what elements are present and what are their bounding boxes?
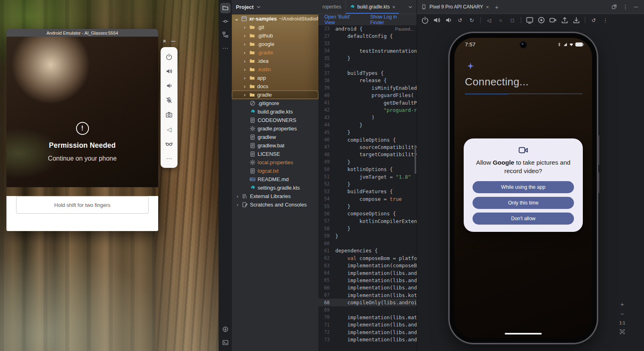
minimize-button[interactable]: ─ [171,38,175,44]
chevron-right-icon[interactable]: › [242,58,247,64]
tree-item-gradle-properties[interactable]: gradle.properties [232,124,318,133]
tree-item--google[interactable]: › .google [232,40,318,48]
tree-item-gradlew[interactable]: gradlew [232,133,318,141]
activity-commit-button[interactable] [220,16,231,27]
device-screen[interactable]: 7:57 Connecting... Allow Google to take … [454,38,592,338]
rotate-ccw-button[interactable]: ↺ [456,16,464,24]
volume-up-button[interactable] [161,64,178,78]
chevron-right-icon[interactable]: › [235,202,240,208]
tree-item-codeowners[interactable]: CODEOWNERS [232,116,318,124]
tree-item--gitignore[interactable]: .gitignore [232,99,318,107]
tree-item-gradle[interactable]: › gradle [232,91,318,99]
tab-gradle-properties[interactable]: roperties [318,0,346,14]
code-text: } [333,203,351,209]
more-v-button[interactable]: ⋮ [623,4,628,10]
record-button[interactable] [537,16,545,24]
chevron-right-icon[interactable]: › [242,50,247,56]
volume-down-button[interactable] [161,78,178,93]
chevron-down-icon[interactable]: ⌄ [234,16,239,22]
back-button[interactable]: ◁ [485,16,493,24]
tree-item-scratches-and-consoles[interactable]: › Scratches and Consoles [232,200,318,209]
toolbar-divider [585,17,585,23]
code-text: val composeBom = platfor [333,255,417,261]
tabs-chevron-down-icon[interactable] [404,0,417,14]
more-v-button[interactable]: ⋮ [601,16,609,24]
glasses-button[interactable] [161,136,178,151]
screenshot-button[interactable] [526,16,534,24]
activity-structure-button[interactable] [220,29,231,40]
zoom-in-button[interactable]: + [621,301,624,307]
tree-item--gradle[interactable]: › .gradle [232,48,318,57]
home-button[interactable]: ○ [497,16,505,24]
new-device-tab-icon[interactable]: + [495,4,499,10]
mic-off-button[interactable] [161,93,178,107]
rotate-cw-button[interactable]: ↻ [468,16,476,24]
chevron-right-icon[interactable]: › [242,24,247,30]
tree-item-external-libraries[interactable]: › External Libraries [232,192,318,200]
device-tab-label[interactable]: Pixel 9 Pro API CANARY [429,4,483,10]
back-button[interactable]: ◁ [161,122,178,136]
tree-item--kotlin[interactable]: › .kotlin [232,65,318,74]
power-button[interactable] [161,50,178,64]
dialog-button-while-using-the-app[interactable]: While using the app [473,181,574,193]
zoom-out-button[interactable]: − [621,311,624,317]
volume-up-button[interactable] [433,16,441,24]
close-tab-icon[interactable]: × [392,4,395,10]
chevron-right-icon[interactable]: › [242,75,247,81]
upload-button[interactable] [561,16,569,24]
show-log-in-finder-link[interactable]: Show Log in Finder [370,14,411,25]
open-window-button[interactable] [611,4,617,10]
reset-button[interactable]: ↺ [590,16,598,24]
tree-item--idea[interactable]: › .idea [232,57,318,65]
structure-icon [222,31,229,38]
activity-terminal-button[interactable] [220,337,231,348]
tree-root-xr-samples[interactable]: ⌄ xr-samples ~/AndroidStudioProj [232,14,318,23]
dialog-button-only-this-time[interactable]: Only this time [473,197,574,209]
activity-more-h-button[interactable]: ⋯ [220,43,231,53]
tree-item--git[interactable]: › .git [232,23,318,31]
chevron-right-icon[interactable]: › [242,66,247,72]
emulator-screen[interactable]: ! Permission Needed Continue on your pho… [6,37,158,187]
code-line-49: 49} [318,158,417,165]
code-text: sourceCompatibility [333,144,417,150]
chevron-right-icon[interactable]: › [235,193,240,199]
tree-item-docs[interactable]: › docs [232,82,318,91]
tree-item-license[interactable]: LICENSE [232,150,318,158]
videocam-button[interactable] [549,16,557,24]
volume-down-button[interactable] [444,16,452,24]
open-build-view-link[interactable]: Open 'Build' View [324,14,361,25]
tree-item-app[interactable]: › app [232,74,318,82]
chevron-right-icon[interactable]: › [242,83,247,89]
minimize-button[interactable]: ─ [634,4,638,10]
emulator-window-title[interactable]: Android Emulator - AI_Glasses:5554 [6,29,158,37]
tree-item-local-properties[interactable]: local.properties [232,158,318,167]
tree-item-gradlew-bat[interactable]: gradlew.bat [232,141,318,150]
overview-button[interactable]: □ [508,16,516,24]
power-button[interactable] [421,16,429,24]
download-button[interactable] [572,16,580,24]
tree-item-readme-md[interactable]: README.md [232,175,318,184]
code-editor[interactable]: 23android {27defaultConfig {3334testInst… [318,25,417,351]
editor-scrollbar[interactable] [415,145,416,174]
activity-vcs-update-button[interactable] [220,324,231,334]
project-panel-header[interactable]: Project [232,0,318,14]
chevron-right-icon[interactable]: › [242,33,247,39]
chevron-right-icon[interactable]: › [242,41,247,47]
activity-folder-button[interactable] [220,3,231,13]
tab-build-gradle-kts[interactable]: build.gradle.kts × [346,0,399,14]
tree-item-logcat-txt[interactable]: logcat.txt [232,167,318,175]
tree-item--github[interactable]: › .github [232,31,318,40]
more-h-button[interactable]: ⋯ [161,151,178,165]
tree-item-settings-gradle-kts[interactable]: settings.gradle.kts [232,184,318,192]
close-device-tab-icon[interactable]: × [486,4,489,10]
chevron-right-icon[interactable]: › [242,92,247,98]
fit-screen-button[interactable] [619,329,625,334]
file-icon [250,142,256,149]
code-text: defaultConfig { [333,33,393,39]
camera-button[interactable] [161,107,178,122]
tree-item-build-gradle-kts[interactable]: build.gradle.kts [232,107,318,116]
line-number: 38 [318,78,333,83]
home-indicator[interactable] [505,333,542,334]
close-button[interactable]: × [163,38,166,44]
dialog-button-don-t-allow[interactable]: Don't allow [473,213,574,225]
